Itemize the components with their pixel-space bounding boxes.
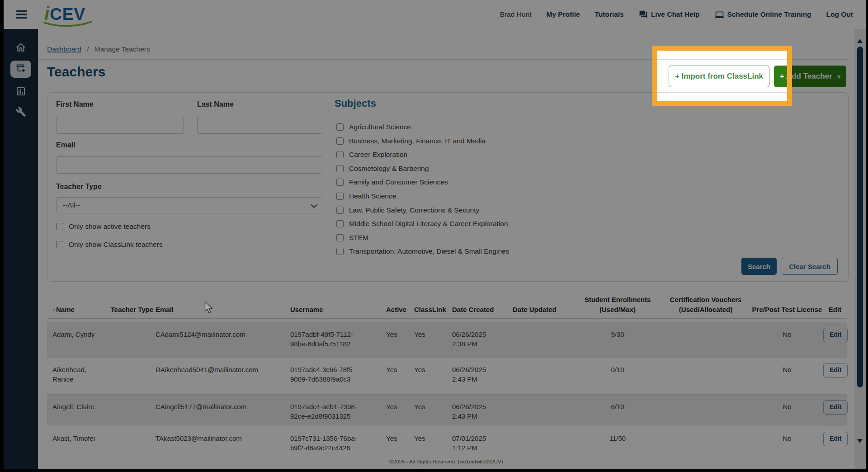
col-header-teacher-type[interactable]: Teacher Type [108,305,156,315]
subject-option[interactable]: Career Exploration [336,151,407,159]
sidebar-item-home[interactable] [4,42,38,55]
cell-name: Aingell, Claire [47,395,108,426]
cell-username: 0197adbf-49f5-7112-98be-6d0af5751182 [290,322,386,357]
table-header: ↑Name Teacher Type Email Username Active… [47,295,847,319]
cell-pre-post: No [751,358,823,394]
clear-search-button[interactable]: Clear Search [782,258,838,275]
window-edge-left [0,0,4,472]
col-header-active[interactable]: Active [386,305,414,315]
cell-teacher-type [108,358,156,394]
edit-button[interactable]: Edit [823,363,848,378]
breadcrumb-dashboard-link[interactable]: Dashboard [47,45,81,53]
cell-active: Yes [386,358,414,394]
cell-vouchers [660,426,751,456]
teacher-type-select[interactable]: --All-- [56,197,322,213]
nav-log-out[interactable]: Log Out [826,10,853,19]
cell-edit: Edit [823,358,847,394]
col-header-classlink[interactable]: ClassLink [414,305,452,315]
checkbox-icon [56,241,63,248]
cell-pre-post: No [751,322,823,357]
sidebar [4,29,38,469]
checkbox-icon [336,248,344,255]
only-classlink-teachers-label: Only show ClassLink teachers [69,241,163,249]
cell-date-updated [513,426,575,456]
cell-enrollments: 9/30 [575,322,660,357]
subject-option[interactable]: Health Science [336,192,396,200]
subject-label: Health Science [349,192,396,200]
edit-button[interactable]: Edit [823,328,848,342]
table-row: Aikenhead, Ranice RAikenhead5041@mailina… [47,358,847,395]
col-header-email[interactable]: Email [156,305,290,315]
email-input[interactable] [56,156,322,174]
add-teacher-button[interactable]: + Add Teacher ▾ [774,66,846,87]
last-name-input[interactable] [197,117,322,134]
sidebar-item-reports[interactable] [4,86,38,99]
subject-option[interactable]: STEM [336,234,368,242]
cell-username: 0197c731-1356-76ba-b9f2-d6a9c22c4426 [290,426,386,456]
col-header-date-updated[interactable]: Date Updated [513,305,575,315]
checkbox-icon [336,220,344,227]
scrollbar-down-arrow-icon[interactable] [857,439,863,443]
first-name-input[interactable] [56,117,184,134]
col-header-enrollments[interactable]: Student Enrollments (Used/Max) [575,295,660,315]
col-header-pre-post[interactable]: Pre/Post Test License [751,305,823,315]
col-header-name[interactable]: ↑Name [47,305,108,315]
col-header-date-created[interactable]: Date Created [452,305,513,315]
nav-live-chat-label: Live Chat Help [651,10,700,19]
subject-option[interactable]: Family and Consumer Sciences [336,178,448,186]
cell-email: RAikenhead5041@mailinator.com [156,358,290,394]
home-icon [15,42,27,55]
edit-button[interactable]: Edit [823,400,848,415]
subject-option[interactable]: Law, Public Safety, Corrections & Securi… [336,206,479,214]
cell-date-updated [513,322,575,357]
only-classlink-teachers-checkbox[interactable]: Only show ClassLink teachers [56,241,163,249]
subject-option[interactable]: Transportation: Automotive, Diesel & Sma… [336,247,509,255]
teacher-type-label: Teacher Type [56,183,102,191]
logo-swoosh-icon [42,21,93,28]
cell-teacher-type [108,395,156,426]
cell-email: CAdami5124@mailinator.com [156,322,290,357]
table-row: Adami, Cyndy CAdami5124@mailinator.com 0… [47,322,847,358]
only-active-teachers-checkbox[interactable]: Only show active teachers [56,222,151,231]
col-header-vouchers[interactable]: Certification Vouchers (Used/Allocated) [660,295,751,315]
subject-option[interactable]: Cosmetology & Barbering [336,165,429,173]
cell-vouchers [660,358,751,394]
table-row: Akast, Timofei TAkast5023@mailinator.com… [47,426,847,456]
table-row: Aingell, Claire CAingell5177@mailinator.… [47,395,847,426]
scrollbar-thumb[interactable] [857,47,863,387]
nav-live-chat-help[interactable]: Live Chat Help [639,10,700,19]
cell-date-created: 06/26/2025 2:43 PM [452,395,513,426]
sidebar-item-manage-teachers[interactable] [4,61,38,78]
subject-option[interactable]: Agricultural Science [336,123,411,131]
search-button[interactable]: Search [741,258,777,275]
nav-schedule-training[interactable]: Schedule Online Training [715,10,811,19]
cell-vouchers [660,322,751,357]
subject-option[interactable]: Business, Marketing, Finance, IT and Med… [336,137,486,145]
top-navigation: Brad Hunt My Profile Tutorials Live Chat… [500,0,853,29]
scrollbar-up-arrow-icon[interactable] [857,39,863,43]
checkbox-icon [336,207,344,214]
cell-email: TAkast5023@mailinator.com [156,426,290,456]
only-active-teachers-label: Only show active teachers [69,222,151,231]
subject-option[interactable]: Middle School Digital Literacy & Career … [336,220,508,228]
import-from-classlink-button[interactable]: + Import from ClassLink [669,66,769,87]
col-header-username[interactable]: Username [290,305,386,315]
cell-enrollments: 6/10 [575,395,660,426]
nav-tutorials[interactable]: Tutorials [595,10,624,19]
breadcrumb-current: Manage Teachers [94,45,150,53]
footer-copyright: ©2025 - All Rights Reserved. (wn1mdwk000… [38,459,854,464]
checkbox-icon [336,137,344,145]
checkbox-icon [336,193,344,200]
sidebar-item-tools[interactable] [4,107,38,119]
cell-teacher-type [108,322,156,357]
cell-pre-post: No [751,395,823,426]
window-edge-bottom [0,469,868,472]
first-name-label: First Name [56,100,94,109]
nav-my-profile[interactable]: My Profile [547,10,580,19]
teachers-table-body: Adami, Cyndy CAdami5124@mailinator.com 0… [47,322,847,456]
cell-classlink: Yes [414,358,452,394]
edit-button[interactable]: Edit [823,432,848,446]
laptop-icon [715,10,724,19]
checkbox-icon [336,179,344,186]
hamburger-menu-icon[interactable] [16,10,27,19]
